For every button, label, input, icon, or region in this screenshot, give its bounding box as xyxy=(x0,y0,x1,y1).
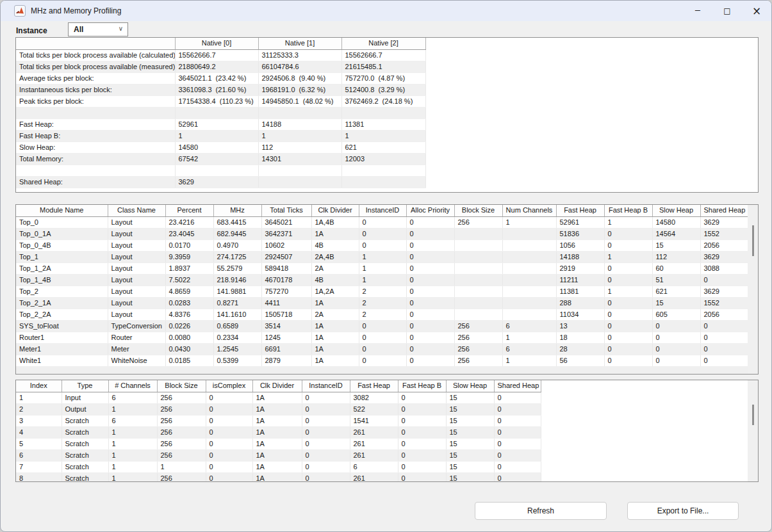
table-cell[interactable] xyxy=(502,262,556,274)
table-cell[interactable]: 0 xyxy=(494,461,541,472)
table-cell[interactable]: 0 xyxy=(206,472,252,482)
table-cell[interactable]: 2924506.8 (9.40 %) xyxy=(258,72,341,84)
table-cell[interactable]: 0 xyxy=(406,239,454,251)
table-cell[interactable] xyxy=(454,274,502,286)
table-cell[interactable]: 1A,2A xyxy=(311,286,359,297)
maximize-button[interactable]: □ xyxy=(712,1,742,21)
table-cell[interactable]: 1A xyxy=(252,449,302,461)
table-cell[interactable]: Layout xyxy=(108,309,165,320)
table-cell[interactable]: 757270 xyxy=(261,286,311,297)
table-cell[interactable]: 1A xyxy=(252,438,302,449)
table-cell[interactable]: 256 xyxy=(157,392,206,403)
table-cell[interactable]: 4B xyxy=(311,274,359,286)
table-cell[interactable]: 4.8376 xyxy=(165,309,213,320)
table-cell[interactable]: Layout xyxy=(108,262,165,274)
table-cell[interactable]: 67542 xyxy=(175,153,258,165)
table-cell[interactable]: 0 xyxy=(494,438,541,449)
table-cell[interactable]: 0.4970 xyxy=(213,239,261,251)
table-cell[interactable]: 14188 xyxy=(556,251,604,262)
table-cell[interactable]: 0 xyxy=(406,251,454,262)
table-cell[interactable]: Top_0_4B xyxy=(16,239,108,251)
table-cell[interactable]: 1A xyxy=(252,426,302,438)
table-cell[interactable]: 256 xyxy=(454,343,502,355)
table-cell[interactable]: 522 xyxy=(350,403,398,415)
table-cell[interactable]: 256 xyxy=(454,216,502,228)
table-cell[interactable]: 1 xyxy=(108,403,157,415)
table-cell[interactable]: 256 xyxy=(157,415,206,426)
table-cell[interactable]: Top_1_4B xyxy=(16,274,108,286)
table-cell[interactable]: 682.9445 xyxy=(213,228,261,239)
table-cell[interactable]: 3642371 xyxy=(261,228,311,239)
table-cell[interactable]: 621 xyxy=(341,141,425,153)
table-cell[interactable]: 141.9881 xyxy=(213,286,261,297)
table-cell[interactable]: 15 xyxy=(446,438,494,449)
table-cell[interactable] xyxy=(454,286,502,297)
table-cell[interactable]: SYS_toFloat xyxy=(16,320,108,332)
table-cell[interactable]: 0 xyxy=(206,438,252,449)
table-cell[interactable]: 2056 xyxy=(700,239,748,251)
table-cell[interactable]: 0 xyxy=(398,472,446,482)
table-cell[interactable]: 0 xyxy=(604,332,652,343)
table-cell[interactable]: 1A xyxy=(311,343,359,355)
table-cell[interactable]: 2 xyxy=(16,403,62,415)
table-cell[interactable]: Peak ticks per block: xyxy=(16,95,175,107)
table-cell[interactable]: 0 xyxy=(206,449,252,461)
table-cell[interactable]: 1 xyxy=(108,461,157,472)
table-cell[interactable]: 52961 xyxy=(556,216,604,228)
table-cell[interactable]: 0 xyxy=(604,262,652,274)
table-cell[interactable]: 51836 xyxy=(556,228,604,239)
table-cell[interactable] xyxy=(341,107,425,118)
table-cell[interactable]: 1 xyxy=(108,449,157,461)
table-cell[interactable]: 589418 xyxy=(261,262,311,274)
table-cell[interactable]: 14580 xyxy=(652,216,700,228)
table-cell[interactable]: 288 xyxy=(556,297,604,309)
table-cell[interactable]: 0.0185 xyxy=(165,355,213,366)
table-cell[interactable]: 1A xyxy=(252,392,302,403)
table-cell[interactable]: 11381 xyxy=(341,118,425,130)
table-cell[interactable]: 0 xyxy=(398,403,446,415)
table-cell[interactable]: 0 xyxy=(206,426,252,438)
table-cell[interactable] xyxy=(502,309,556,320)
table-cell[interactable] xyxy=(454,239,502,251)
table-cell[interactable]: 683.4415 xyxy=(213,216,261,228)
table-cell[interactable]: 1 xyxy=(108,472,157,482)
table-cell[interactable]: 0 xyxy=(302,438,350,449)
table-cell[interactable]: 4.8659 xyxy=(165,286,213,297)
table-cell[interactable]: 0 xyxy=(406,286,454,297)
table-cell[interactable]: Input xyxy=(62,392,108,403)
table-cell[interactable]: 0 xyxy=(206,403,252,415)
table-cell[interactable]: 6 xyxy=(108,392,157,403)
table-cell[interactable]: 0 xyxy=(359,239,406,251)
table-cell[interactable]: 66104784.6 xyxy=(258,61,341,72)
table-cell[interactable]: 1 xyxy=(108,438,157,449)
table-cell[interactable]: 1 xyxy=(108,426,157,438)
table-cell[interactable]: 0 xyxy=(604,343,652,355)
table-cell[interactable]: 31125333.3 xyxy=(258,49,341,61)
table-cell[interactable]: 0 xyxy=(604,274,652,286)
table-cell[interactable]: Top_1_2A xyxy=(16,262,108,274)
table-cell[interactable]: 0 xyxy=(302,472,350,482)
table-cell[interactable]: Fast Heap: xyxy=(16,118,175,130)
table-cell[interactable]: 605 xyxy=(652,309,700,320)
table-cell[interactable]: 0 xyxy=(406,355,454,366)
table-cell[interactable] xyxy=(175,107,258,118)
scrollbar-thumb[interactable] xyxy=(752,405,754,425)
table-cell[interactable] xyxy=(341,176,425,188)
module-table-scrollbar[interactable] xyxy=(748,205,758,374)
table-cell[interactable]: 3629 xyxy=(700,286,748,297)
table-cell[interactable]: 18 xyxy=(556,332,604,343)
table-cell[interactable]: 0 xyxy=(700,274,748,286)
table-cell[interactable]: Top_0_1A xyxy=(16,228,108,239)
table-cell[interactable] xyxy=(502,239,556,251)
table-cell[interactable]: 1541 xyxy=(350,415,398,426)
table-cell[interactable]: 3629 xyxy=(175,176,258,188)
table-cell[interactable]: 2924507 xyxy=(261,251,311,262)
table-cell[interactable]: 14945850.1 (48.02 %) xyxy=(258,95,341,107)
table-cell[interactable]: 256 xyxy=(454,332,502,343)
table-cell[interactable] xyxy=(258,165,341,176)
table-cell[interactable]: Scratch xyxy=(62,415,108,426)
close-button[interactable]: × xyxy=(742,1,771,21)
table-cell[interactable]: Meter1 xyxy=(16,343,108,355)
table-cell[interactable]: 21880649.2 xyxy=(175,61,258,72)
table-cell[interactable]: 52961 xyxy=(175,118,258,130)
